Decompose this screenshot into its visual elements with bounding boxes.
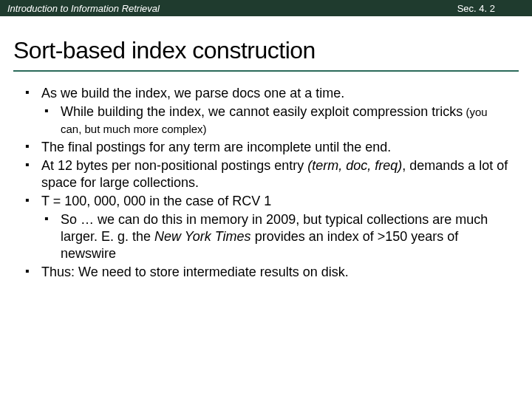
bullet-item: T = 100, 000, 000 in the case of RCV 1 S… (22, 193, 510, 262)
title-area: Sort-based index construction (0, 16, 532, 66)
bullet-list: As we build the index, we parse docs one… (22, 85, 510, 281)
bullet-text: While building the index, we cannot easi… (61, 104, 463, 119)
bullet-text: Thus: We need to store intermediate resu… (41, 265, 349, 279)
bullet-text: At 12 bytes per non-positional postings … (41, 158, 307, 173)
bullet-text: T = 100, 000, 000 in the case of RCV 1 (41, 194, 271, 208)
bullet-italic: New York Times (154, 229, 251, 244)
bullet-item: The final postings for any term are inco… (22, 139, 510, 156)
bullet-text: The final postings for any term are inco… (41, 140, 391, 154)
bullet-italic: (term, doc, freq) (307, 158, 402, 173)
sub-bullet-item: So … we can do this in memory in 2009, b… (41, 211, 510, 262)
header-course-title: Introduction to Information Retrieval (7, 3, 160, 14)
bullet-item: Thus: We need to store intermediate resu… (22, 264, 510, 281)
header-section-label: Sec. 4. 2 (457, 3, 525, 14)
slide-title: Sort-based index construction (13, 37, 519, 64)
bullet-text: As we build the index, we parse docs one… (41, 86, 344, 100)
bullet-item: As we build the index, we parse docs one… (22, 85, 510, 137)
slide-content: As we build the index, we parse docs one… (0, 72, 532, 281)
slide-header: Introduction to Information Retrieval Se… (0, 0, 532, 16)
sub-bullet-item: While building the index, we cannot easi… (41, 103, 510, 137)
bullet-item: At 12 bytes per non-positional postings … (22, 157, 510, 191)
